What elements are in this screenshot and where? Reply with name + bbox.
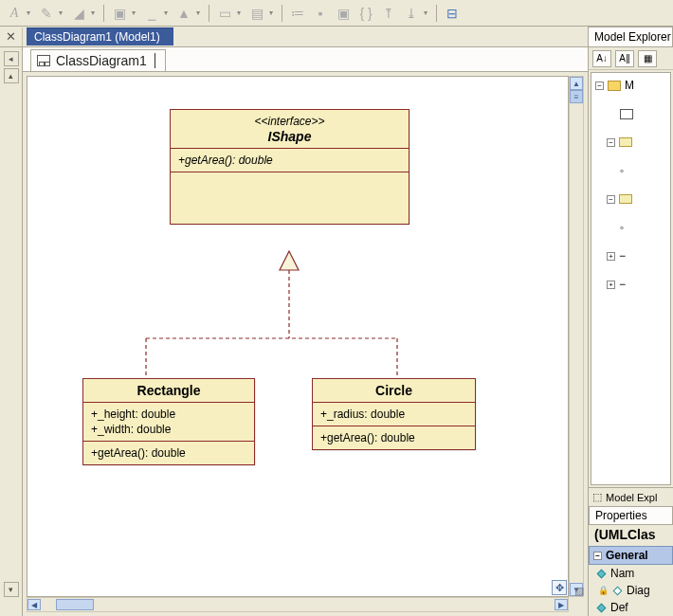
- class-name: Rectangle: [91, 383, 246, 398]
- scroll-thumb[interactable]: [56, 599, 94, 610]
- sort-asc-button[interactable]: A↓: [592, 50, 611, 67]
- canvas-wrap: <<interface>> IShape +getArea(): double …: [23, 72, 588, 616]
- diagram-canvas[interactable]: <<interface>> IShape +getArea(): double …: [27, 76, 569, 597]
- properties-header: Properties: [589, 506, 673, 525]
- folder-icon: [608, 81, 621, 91]
- align-button[interactable]: ▣: [109, 3, 130, 24]
- tree-item[interactable]: ◦: [620, 162, 668, 179]
- diagram-tab-label: ClassDiagram1: [56, 53, 147, 68]
- model-explorer-tab[interactable]: ⬚ Model Expl: [589, 487, 673, 506]
- operation: +getArea(): double: [171, 149, 409, 172]
- class-name: Circle: [320, 383, 467, 398]
- filter-button[interactable]: ▦: [638, 50, 657, 67]
- classifier-header: Rectangle: [83, 379, 254, 403]
- collapse-icon[interactable]: −: [593, 552, 602, 560]
- tree-item[interactable]: −: [607, 134, 668, 151]
- vertical-scrollbar[interactable]: ▲ ≡ ▼: [569, 76, 584, 597]
- list-button[interactable]: ≔: [287, 3, 308, 24]
- classifier-header: <<interface>> IShape: [171, 110, 409, 149]
- resize-grip-icon[interactable]: ▨: [574, 585, 584, 597]
- scroll-up-button[interactable]: ▴: [4, 68, 19, 83]
- properties-title: (UMLClas: [589, 525, 673, 546]
- group-button[interactable]: ▣: [333, 3, 354, 24]
- property-row[interactable]: Nam: [589, 565, 673, 582]
- attribute: +_height: double: [91, 407, 246, 422]
- scroll-down-button[interactable]: ▾: [4, 582, 19, 597]
- dropdown-icon[interactable]: ▾: [132, 9, 139, 17]
- scroll-mode-button[interactable]: ≡: [570, 90, 583, 103]
- sort-desc-button[interactable]: A‖: [615, 50, 634, 67]
- property-label: Def: [610, 601, 628, 614]
- tree-label: M: [625, 79, 634, 92]
- stereotype-label: <<interface>>: [178, 114, 401, 129]
- dropdown-icon[interactable]: ▾: [91, 9, 99, 17]
- fill-button[interactable]: ◢: [68, 3, 89, 24]
- dropdown-icon[interactable]: ▾: [59, 9, 66, 17]
- rectangle-class[interactable]: Rectangle +_height: double +_width: doub…: [82, 378, 255, 465]
- up-button[interactable]: ⤒: [378, 3, 399, 24]
- dropdown-icon[interactable]: ▾: [237, 9, 245, 17]
- operation: +getArea(): double: [83, 442, 254, 464]
- dropdown-icon[interactable]: ▾: [27, 9, 34, 17]
- expand-icon[interactable]: +: [607, 281, 615, 289]
- tree-item[interactable]: ◦: [620, 219, 668, 236]
- scroll-right-button[interactable]: ▶: [555, 599, 568, 610]
- attribute: +_radius: double: [313, 403, 475, 426]
- property-row[interactable]: 🔒 Diag: [589, 582, 673, 599]
- annot-button[interactable]: ▭: [214, 3, 235, 24]
- layer-button[interactable]: ▤: [246, 3, 267, 24]
- tree-root[interactable]: − M: [595, 77, 668, 94]
- tree-item[interactable]: + −: [607, 247, 668, 264]
- collapse-icon[interactable]: −: [607, 138, 615, 147]
- model-tree[interactable]: − M − ◦ − ◦ + −: [591, 72, 671, 485]
- property-label: Nam: [610, 567, 634, 580]
- lock-icon: 🔒: [598, 586, 609, 595]
- tree-item[interactable]: −: [607, 190, 668, 208]
- archive-button[interactable]: ▪: [310, 3, 331, 24]
- classifier-header: Circle: [313, 379, 475, 403]
- brush-button[interactable]: ✎: [36, 3, 57, 24]
- property-icon: [613, 586, 623, 595]
- expand-icon[interactable]: +: [607, 252, 615, 261]
- cursor-icon: [155, 53, 155, 68]
- left-gutter: ◂ ▴ ▾: [0, 47, 23, 616]
- tree-item[interactable]: + −: [607, 276, 668, 293]
- dropdown-icon[interactable]: ▾: [269, 9, 277, 17]
- separator: [282, 5, 282, 22]
- diagram-tab[interactable]: ClassDiagram1: [30, 49, 166, 71]
- collapse-left-button[interactable]: ◂: [4, 51, 19, 66]
- scroll-left-button[interactable]: ◀: [27, 599, 41, 610]
- horizontal-scrollbar[interactable]: ◀ ▶: [27, 597, 569, 612]
- active-tab[interactable]: ClassDiagram1 (Model1): [27, 27, 173, 45]
- tab-label: Model Expl: [606, 492, 657, 503]
- dropdown-icon[interactable]: ▾: [424, 9, 431, 17]
- main-content: ◂ ▴ ▾ ClassDiagram1 <<interface>> IShape: [0, 47, 673, 616]
- line-button[interactable]: ⎯: [141, 3, 162, 24]
- class-name: IShape: [178, 129, 401, 144]
- scroll-up-button[interactable]: ▲: [570, 77, 583, 90]
- diagram-icon: [620, 109, 633, 119]
- paint-button[interactable]: ▲: [173, 3, 194, 24]
- empty-compartment: [171, 172, 409, 224]
- braces-button[interactable]: { }: [355, 3, 376, 24]
- collapse-icon[interactable]: −: [595, 82, 604, 90]
- font-button[interactable]: A: [4, 3, 25, 24]
- ishape-interface[interactable]: <<interface>> IShape +getArea(): double: [170, 109, 409, 225]
- property-icon: [597, 569, 607, 578]
- operation: +getArea(): double: [313, 426, 475, 449]
- dropdown-icon[interactable]: ▾: [164, 9, 172, 17]
- diagram-tab-row: ClassDiagram1: [23, 47, 588, 72]
- class-icon: [619, 137, 632, 147]
- close-tab-button[interactable]: ✕: [0, 27, 23, 46]
- tree-item[interactable]: [620, 105, 668, 122]
- collapse-icon[interactable]: −: [607, 195, 615, 204]
- property-icon: [597, 603, 607, 612]
- category-label: General: [606, 549, 648, 562]
- property-category[interactable]: − General: [589, 546, 673, 565]
- dropdown-icon[interactable]: ▾: [196, 9, 204, 17]
- pan-button[interactable]: ✥: [552, 580, 567, 595]
- circle-class[interactable]: Circle +_radius: double +getArea(): doub…: [312, 378, 476, 450]
- ref-button[interactable]: ⤓: [401, 3, 422, 24]
- property-row[interactable]: Def: [589, 599, 673, 616]
- hierarchy-button[interactable]: ⊟: [442, 3, 463, 24]
